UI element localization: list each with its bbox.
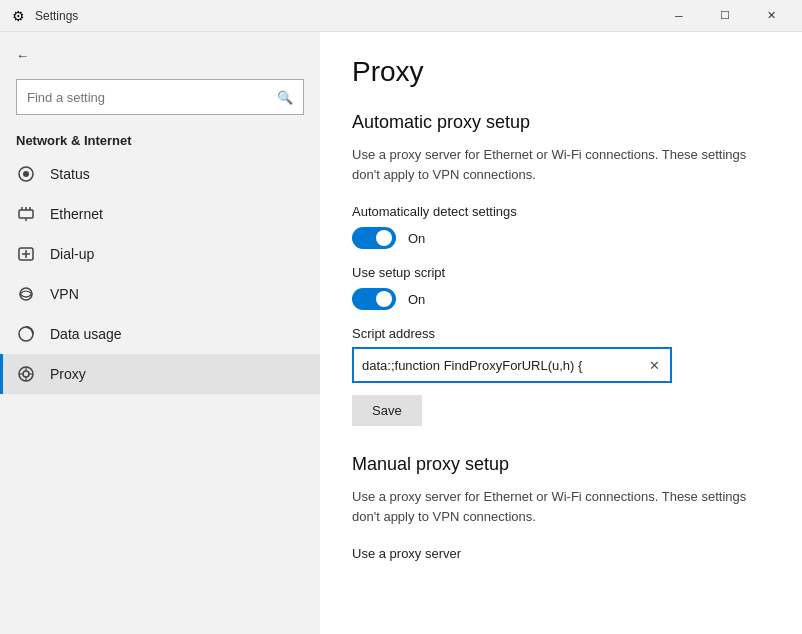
sidebar-item-status[interactable]: Status (0, 154, 320, 194)
script-address-label: Script address (352, 326, 770, 341)
back-arrow-icon: ← (16, 48, 29, 63)
svg-point-13 (23, 371, 29, 377)
sidebar-item-label: Dial-up (50, 246, 94, 262)
script-address-input[interactable] (362, 358, 640, 373)
vpn-icon (16, 284, 36, 304)
use-proxy-label: Use a proxy server (352, 546, 770, 561)
ethernet-icon (16, 204, 36, 224)
sidebar: ← 🔍 Network & Internet Status (0, 32, 320, 634)
titlebar-title: Settings (35, 9, 78, 23)
titlebar-controls: ─ ☐ ✕ (656, 0, 794, 32)
setup-script-toggle-label: On (408, 292, 425, 307)
sidebar-section-title: Network & Internet (0, 127, 320, 154)
app-body: ← 🔍 Network & Internet Status (0, 32, 802, 634)
clear-icon[interactable]: ✕ (646, 357, 662, 373)
search-input[interactable] (27, 90, 269, 105)
auto-description: Use a proxy server for Ethernet or Wi-Fi… (352, 145, 770, 184)
svg-rect-2 (19, 210, 33, 218)
setup-script-toggle-row: On (352, 288, 770, 310)
sidebar-item-proxy[interactable]: Proxy (0, 354, 320, 394)
back-button[interactable]: ← (0, 40, 320, 71)
sidebar-item-label: Ethernet (50, 206, 103, 222)
datausage-icon (16, 324, 36, 344)
setup-script-toggle[interactable] (352, 288, 396, 310)
proxy-icon (16, 364, 36, 384)
auto-detect-toggle-label: On (408, 231, 425, 246)
svg-point-1 (23, 171, 29, 177)
auto-detect-toggle-row: On (352, 227, 770, 249)
sidebar-item-label: Data usage (50, 326, 122, 342)
script-address-field-wrap: ✕ (352, 347, 672, 383)
titlebar: ⚙ Settings ─ ☐ ✕ (0, 0, 802, 32)
close-button[interactable]: ✕ (748, 0, 794, 32)
sidebar-item-ethernet[interactable]: Ethernet (0, 194, 320, 234)
manual-section-title: Manual proxy setup (352, 454, 770, 475)
titlebar-left: ⚙ Settings (12, 8, 78, 24)
content-area: Proxy Automatic proxy setup Use a proxy … (320, 32, 802, 634)
page-title: Proxy (352, 56, 770, 88)
sidebar-item-vpn[interactable]: VPN (0, 274, 320, 314)
status-icon (16, 164, 36, 184)
auto-detect-label: Automatically detect settings (352, 204, 770, 219)
manual-description: Use a proxy server for Ethernet or Wi-Fi… (352, 487, 770, 526)
auto-detect-toggle[interactable] (352, 227, 396, 249)
sidebar-item-datausage[interactable]: Data usage (0, 314, 320, 354)
svg-point-10 (20, 288, 32, 300)
sidebar-item-label: Proxy (50, 366, 86, 382)
sidebar-item-label: Status (50, 166, 90, 182)
setup-script-label: Use setup script (352, 265, 770, 280)
dialup-icon (16, 244, 36, 264)
auto-section-title: Automatic proxy setup (352, 112, 770, 133)
minimize-button[interactable]: ─ (656, 0, 702, 32)
save-button[interactable]: Save (352, 395, 422, 426)
maximize-button[interactable]: ☐ (702, 0, 748, 32)
settings-icon: ⚙ (12, 8, 25, 24)
sidebar-item-label: VPN (50, 286, 79, 302)
search-box[interactable]: 🔍 (16, 79, 304, 115)
sidebar-item-dialup[interactable]: Dial-up (0, 234, 320, 274)
search-icon: 🔍 (277, 90, 293, 105)
